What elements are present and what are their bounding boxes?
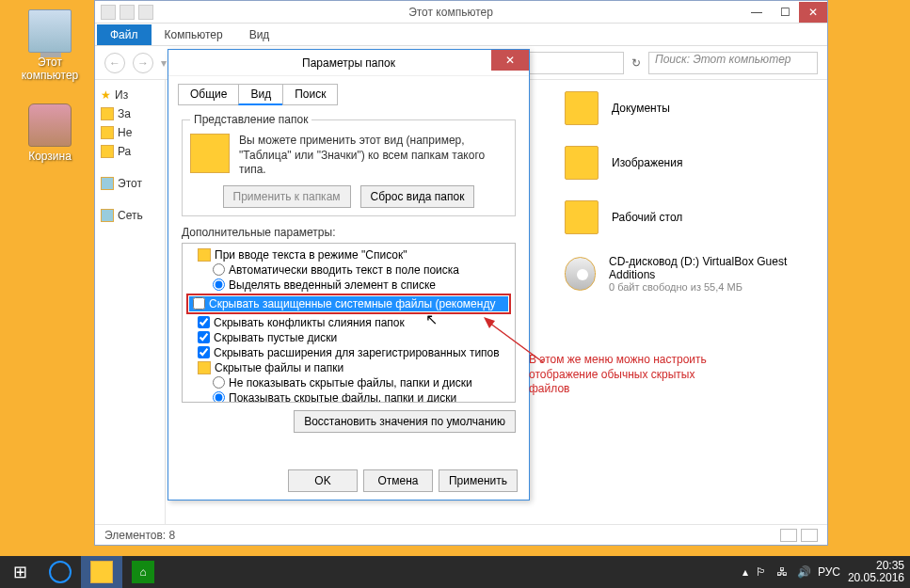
radio[interactable] (213, 278, 225, 291)
checkbox[interactable] (198, 331, 210, 343)
taskbar-ie[interactable] (40, 556, 81, 588)
qat-icon[interactable] (138, 5, 153, 20)
tree-item[interactable]: Не (99, 123, 161, 142)
ribbon-tab-view[interactable]: Вид (236, 24, 283, 45)
refresh-icon[interactable]: ↻ (631, 56, 641, 70)
folder-icon (101, 145, 114, 158)
desktop-icon-label: Корзина (15, 150, 85, 163)
drive-item-cd[interactable]: CD-дисковод (D:) VirtualBox Guest Additi… (565, 255, 816, 293)
list-item[interactable]: При вводе текста в режиме "Список" (186, 247, 511, 262)
cancel-button[interactable]: Отмена (363, 469, 433, 492)
callout-text: В этом же меню можно настроить отображен… (529, 353, 708, 397)
folder-item-desktop[interactable]: Рабочий стол (565, 200, 816, 234)
network-icon[interactable]: 🖧 (776, 565, 790, 579)
checkbox[interactable] (193, 297, 205, 310)
tree-favorites[interactable]: ★Из (99, 86, 161, 104)
list-item[interactable]: Автоматически вводить текст в поле поиск… (186, 262, 511, 278)
svg-line-0 (489, 323, 543, 362)
radio[interactable] (213, 376, 225, 389)
folder-view-icon (190, 134, 230, 173)
computer-icon (28, 9, 72, 53)
advanced-label: Дополнительные параметры: (182, 226, 516, 239)
restore-defaults-button[interactable]: Восстановить значения по умолчанию (294, 410, 516, 433)
svg-marker-1 (484, 317, 495, 328)
apply-to-folders-button[interactable]: Применить к папкам (223, 185, 351, 208)
dialog-title: Параметры папок (302, 56, 395, 70)
advanced-settings-list[interactable]: При вводе текста в режиме "Список" Автом… (182, 243, 516, 403)
quick-access-toolbar (95, 5, 159, 20)
group-legend: Представление папок (190, 113, 311, 126)
tree-network[interactable]: Сеть (99, 206, 161, 225)
store-icon: ⌂ (132, 561, 154, 583)
checkbox[interactable] (198, 346, 210, 358)
list-item[interactable]: Скрывать расширения для зарегистрированн… (186, 345, 511, 360)
ribbon: Файл Компьютер Вид (95, 24, 827, 46)
folder-item-images[interactable]: Изображения (565, 146, 816, 180)
folder-view-group: Представление папок Вы можете применить … (182, 113, 516, 216)
apply-button[interactable]: Применить (439, 469, 518, 492)
tray-up-icon[interactable]: ▴ (742, 565, 748, 579)
callout: В этом же меню можно настроить отображен… (529, 353, 708, 397)
tree-item[interactable]: За (99, 104, 161, 123)
desktop-icon-bin[interactable]: Корзина (15, 103, 85, 163)
qat-icon[interactable] (120, 5, 135, 20)
folder-icon (565, 91, 599, 125)
folder-icon (565, 200, 599, 234)
checkbox[interactable] (198, 316, 210, 328)
list-item[interactable]: Скрывать конфликты слияния папок (186, 315, 511, 330)
list-item[interactable]: Не показывать скрытые файлы, папки и дис… (186, 375, 511, 390)
view-tiles-icon[interactable] (801, 529, 818, 542)
flag-icon[interactable]: 🏳 (756, 565, 769, 579)
ribbon-tab-computer[interactable]: Компьютер (152, 24, 236, 45)
sound-icon[interactable]: 🔊 (797, 565, 810, 579)
folder-icon (198, 361, 211, 374)
taskbar: ⊞ ⌂ ▴ 🏳 🖧 🔊 РУС 20:35 20.05.2016 (0, 556, 910, 588)
dropdown-icon[interactable]: ▾ (161, 56, 167, 70)
tab-search[interactable]: Поиск (282, 84, 338, 105)
taskbar-store[interactable]: ⌂ (122, 556, 164, 588)
forward-button[interactable]: → (133, 53, 153, 73)
ie-icon (49, 561, 72, 583)
clock-date: 20.05.2016 (848, 572, 904, 584)
radio[interactable] (213, 263, 225, 276)
close-button[interactable]: ✕ (799, 2, 827, 23)
list-item[interactable]: Скрывать пустые диски (186, 330, 511, 345)
radio[interactable] (213, 391, 225, 403)
highlighted-option: Скрывать защищенные системные файлы (рек… (186, 294, 511, 314)
desktop-icon-label: Этот компьютер (15, 56, 85, 82)
ok-button[interactable]: OK (288, 469, 358, 492)
tree-thispc[interactable]: Этот (99, 174, 161, 193)
qat-icon[interactable] (101, 5, 116, 20)
list-item[interactable]: Скрытые файлы и папки (186, 360, 511, 375)
list-item-hide-protected[interactable]: Скрывать защищенные системные файлы (рек… (189, 296, 508, 311)
desktop-icon-computer[interactable]: Этот компьютер (15, 9, 85, 82)
tab-view[interactable]: Вид (238, 84, 283, 105)
tree-item[interactable]: Ра (99, 142, 161, 161)
recycle-bin-icon (28, 103, 72, 147)
dialog-close-button[interactable]: ✕ (491, 50, 529, 71)
maximize-button[interactable]: ☐ (771, 2, 799, 23)
list-item[interactable]: Показывать скрытые файлы, папки и диски (186, 390, 511, 403)
minimize-button[interactable]: — (742, 2, 771, 23)
status-bar: Элементов: 8 (95, 524, 827, 545)
start-button[interactable]: ⊞ (0, 556, 40, 588)
back-button[interactable]: ← (104, 53, 125, 73)
list-item[interactable]: Выделять введенный элемент в списке (186, 278, 511, 293)
reset-folders-button[interactable]: Сброс вида папок (360, 185, 475, 208)
titlebar: Этот компьютер — ☐ ✕ (95, 1, 827, 24)
folder-icon (198, 248, 211, 262)
cursor-icon: ↖ (425, 310, 438, 328)
cd-icon (565, 257, 596, 291)
folder-icon (565, 146, 599, 180)
dialog-tabs: Общие Вид Поиск (168, 76, 529, 105)
search-input[interactable]: Поиск: Этот компьютер (648, 52, 818, 74)
folder-item-documents[interactable]: Документы (565, 91, 816, 125)
view-details-icon[interactable] (780, 529, 797, 542)
taskbar-explorer[interactable] (81, 556, 122, 588)
navigation-tree: ★Из За Не Ра Этот Сеть (95, 80, 166, 524)
clock[interactable]: 20:35 20.05.2016 (848, 560, 904, 584)
file-tab[interactable]: Файл (97, 24, 152, 45)
tab-general[interactable]: Общие (178, 84, 239, 105)
folder-icon (101, 107, 114, 120)
language-indicator[interactable]: РУС (818, 565, 840, 579)
